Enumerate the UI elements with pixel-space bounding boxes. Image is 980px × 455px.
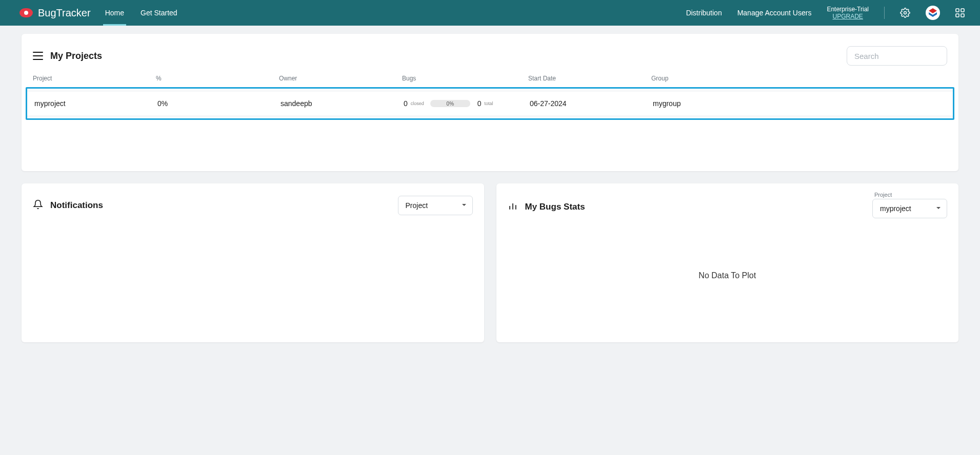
cell-bugs: 0 closed 0% 0 total <box>404 99 530 108</box>
cell-project: myproject <box>34 99 157 108</box>
chevron-down-icon <box>935 204 942 213</box>
svg-rect-1 <box>956 9 959 12</box>
nav-right: Distribution Manage Account Users Enterp… <box>686 6 965 20</box>
notifications-header: Notifications Project <box>33 196 473 215</box>
nav-links: Home Get Started <box>105 0 177 26</box>
trial-label: Enterprise-Trial <box>827 6 869 13</box>
top-nav: BugTracker Home Get Started Distribution… <box>0 0 980 26</box>
gear-icon <box>900 8 910 18</box>
upgrade-link[interactable]: UPGRADE <box>827 13 869 20</box>
settings-button[interactable] <box>900 8 910 18</box>
svg-rect-2 <box>961 9 964 12</box>
nav-home[interactable]: Home <box>105 0 124 26</box>
cell-startdate: 06-27-2024 <box>530 99 653 108</box>
projects-title: My Projects <box>50 51 102 61</box>
col-project: Project <box>33 75 156 82</box>
stats-header: My Bugs Stats Project myproject <box>508 196 948 218</box>
apps-grid-icon <box>955 8 965 17</box>
stats-title: My Bugs Stats <box>525 202 585 212</box>
svg-point-0 <box>904 12 907 14</box>
projects-table-header: Project % Owner Bugs Start Date Group <box>22 75 958 86</box>
bar-chart-icon <box>508 201 518 213</box>
bugs-closed-count: 0 <box>404 99 408 108</box>
svg-rect-4 <box>961 14 964 17</box>
notifications-title: Notifications <box>50 200 103 211</box>
app-title: BugTracker <box>38 7 91 19</box>
bugs-total-label: total <box>485 101 493 106</box>
lower-grid: Notifications Project My <box>22 183 958 342</box>
notifications-select-value: Project <box>406 201 428 210</box>
cell-percent: 0% <box>157 99 281 108</box>
bell-icon <box>33 199 43 212</box>
stats-project-select[interactable]: myproject <box>872 199 947 218</box>
avatar[interactable] <box>926 6 940 20</box>
projects-card: My Projects Project % Owner Bugs Start D… <box>22 34 958 171</box>
col-group: Group <box>651 75 947 82</box>
col-startdate: Start Date <box>528 75 651 82</box>
page-body: My Projects Project % Owner Bugs Start D… <box>0 26 980 350</box>
col-percent: % <box>156 75 279 82</box>
bugs-progress-bar: 0% <box>430 100 470 107</box>
stats-card: My Bugs Stats Project myproject No Data … <box>496 183 959 342</box>
stats-empty-message: No Data To Plot <box>496 271 959 280</box>
app-logo-icon <box>19 8 33 17</box>
nav-get-started[interactable]: Get Started <box>141 0 177 26</box>
nav-manage-users[interactable]: Manage Account Users <box>737 9 812 17</box>
avatar-icon <box>927 7 939 19</box>
col-bugs: Bugs <box>402 75 528 82</box>
stats-select-label: Project <box>874 192 947 198</box>
notifications-project-select[interactable]: Project <box>398 196 473 215</box>
upgrade-box: Enterprise-Trial UPGRADE <box>827 6 869 20</box>
svg-rect-3 <box>956 14 959 17</box>
cell-group: mygroup <box>653 99 946 108</box>
notifications-card: Notifications Project <box>22 183 484 342</box>
bugs-closed-label: closed <box>411 101 424 106</box>
nav-distribution[interactable]: Distribution <box>686 9 722 17</box>
projects-row-highlight: myproject 0% sandeepb 0 closed 0% 0 tota… <box>26 87 954 120</box>
stack-icon <box>33 51 43 60</box>
table-row[interactable]: myproject 0% sandeepb 0 closed 0% 0 tota… <box>27 91 953 116</box>
col-owner: Owner <box>279 75 402 82</box>
projects-search-input[interactable] <box>847 46 947 66</box>
chevron-down-icon <box>461 201 467 210</box>
apps-button[interactable] <box>955 8 965 17</box>
bugs-total-count: 0 <box>477 99 482 108</box>
stats-select-value: myproject <box>880 204 911 213</box>
divider <box>884 7 885 19</box>
projects-header: My Projects <box>22 46 958 75</box>
cell-owner: sandeepb <box>281 99 404 108</box>
